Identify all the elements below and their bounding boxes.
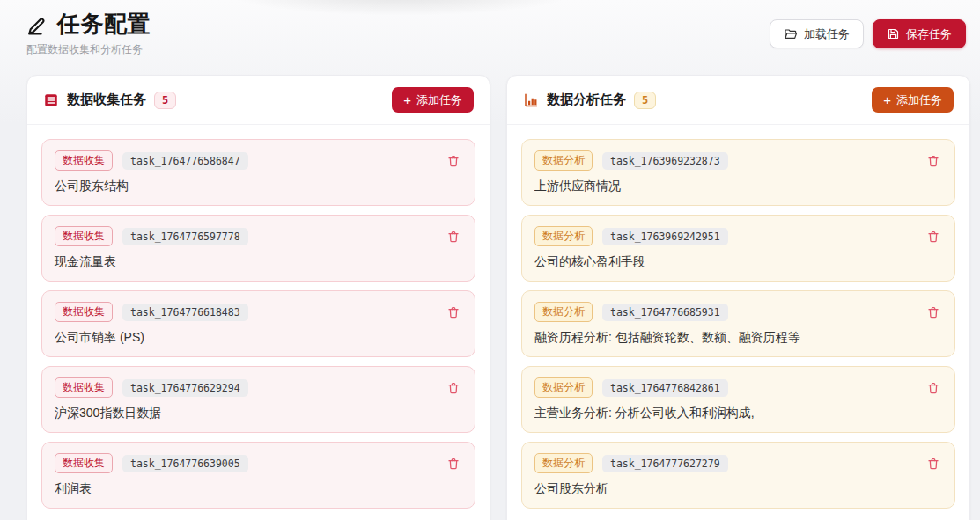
task-id-chip: task_1764776597778: [122, 228, 248, 245]
task-card: 数据分析 task_1763969232873 上游供应商情况: [521, 139, 955, 206]
task-id-chip: task_1763969242951: [602, 228, 728, 245]
task-title: 公司的核心盈利手段: [534, 254, 942, 270]
task-type-badge: 数据收集: [55, 302, 113, 322]
toolbar: 加载任务 保存任务: [770, 19, 966, 48]
trash-icon: [446, 305, 461, 319]
plus-icon: +: [883, 93, 891, 106]
page-header: 任务配置 配置数据收集和分析任务: [26, 9, 151, 57]
add-analysis-task-button[interactable]: + 添加任务: [872, 87, 954, 113]
collection-panel-title: 数据收集任务: [67, 92, 146, 108]
trash-icon: [446, 230, 461, 244]
task-id-chip: task_1764776618483: [122, 304, 248, 321]
load-tasks-label: 加载任务: [804, 26, 850, 42]
delete-task-button[interactable]: [925, 152, 942, 170]
trash-icon: [926, 154, 940, 168]
analysis-task-list: 数据分析 task_1763969232873 上游供应商情况 数据分析 tas…: [507, 125, 969, 520]
task-type-badge: 数据收集: [55, 150, 113, 171]
task-type-badge: 数据收集: [55, 226, 113, 246]
analysis-panel: 数据分析任务 5 + 添加任务 数据分析 task_1763969232873 …: [506, 75, 970, 520]
task-card: 数据收集 task_1764776586847 公司股东结构: [41, 139, 475, 206]
add-task-label: 添加任务: [416, 92, 462, 108]
task-title: 公司市销率 (PS): [55, 330, 462, 346]
task-type-badge: 数据分析: [534, 150, 593, 171]
delete-task-button[interactable]: [445, 455, 462, 472]
save-floppy-icon: [887, 27, 900, 40]
task-card: 数据收集 task_1764776639005 利润表: [41, 442, 475, 509]
task-title: 公司股东结构: [55, 179, 462, 194]
plus-icon: +: [403, 93, 411, 106]
delete-task-button[interactable]: [445, 228, 462, 245]
task-card: 数据收集 task_1764776629294 沪深300指数日数据: [41, 366, 475, 433]
page-subtitle: 配置数据收集和分析任务: [26, 42, 151, 57]
trash-icon: [926, 305, 940, 319]
delete-task-button[interactable]: [445, 152, 462, 170]
task-id-chip: task_1764776639005: [122, 455, 248, 472]
task-card: 数据分析 task_1764777627279 公司股东分析: [521, 442, 955, 509]
task-id-chip: task_1764777627279: [602, 455, 728, 472]
save-tasks-label: 保存任务: [906, 26, 952, 42]
task-type-badge: 数据收集: [55, 377, 113, 398]
trash-icon: [446, 381, 461, 395]
analysis-count-badge: 5: [634, 92, 656, 109]
task-title: 主营业务分析: 分析公司收入和利润构成,: [534, 406, 942, 421]
task-card: 数据分析 task_1764776842861 主营业务分析: 分析公司收入和利…: [521, 366, 955, 433]
panels-container: 数据收集任务 5 + 添加任务 数据收集 task_1764776586847 …: [26, 75, 970, 520]
task-title: 上游供应商情况: [534, 179, 942, 194]
task-title: 沪深300指数日数据: [55, 406, 462, 421]
delete-task-button[interactable]: [925, 379, 942, 397]
delete-task-button[interactable]: [445, 304, 462, 321]
delete-task-button[interactable]: [445, 379, 462, 397]
collection-panel: 数据收集任务 5 + 添加任务 数据收集 task_1764776586847 …: [26, 75, 490, 520]
task-card: 数据收集 task_1764776597778 现金流量表: [41, 215, 475, 282]
trash-icon: [446, 457, 461, 471]
bar-chart-icon: [523, 92, 539, 108]
task-card: 数据分析 task_1764776685931 融资历程分析: 包括融资轮数、数…: [521, 290, 955, 357]
trash-icon: [926, 457, 940, 471]
trash-icon: [926, 230, 940, 244]
collection-panel-header: 数据收集任务 5 + 添加任务: [27, 76, 490, 125]
task-id-chip: task_1764776586847: [122, 152, 248, 170]
task-id-chip: task_1764776842861: [602, 379, 728, 397]
task-id-chip: task_1764776629294: [122, 379, 248, 397]
collection-task-list: 数据收集 task_1764776586847 公司股东结构 数据收集 task…: [27, 125, 490, 520]
task-type-badge: 数据分析: [534, 302, 593, 322]
task-type-badge: 数据分析: [534, 226, 593, 246]
folder-open-icon: [784, 27, 798, 41]
analysis-panel-title: 数据分析任务: [547, 92, 626, 108]
task-id-chip: task_1764776685931: [602, 304, 728, 321]
trash-icon: [446, 154, 461, 168]
delete-task-button[interactable]: [925, 228, 942, 245]
collection-count-badge: 5: [154, 92, 176, 109]
list-rows-icon: [43, 92, 59, 108]
delete-task-button[interactable]: [925, 304, 942, 321]
task-id-chip: task_1763969232873: [602, 152, 728, 170]
page-title: 任务配置: [57, 9, 151, 40]
task-title: 现金流量表: [55, 254, 462, 270]
add-task-label: 添加任务: [896, 92, 942, 108]
task-title: 融资历程分析: 包括融资轮数、数额、融资历程等: [534, 330, 942, 346]
task-type-badge: 数据分析: [534, 377, 593, 398]
delete-task-button[interactable]: [925, 455, 942, 472]
task-type-badge: 数据收集: [55, 453, 113, 473]
edit-pencil-icon: [26, 13, 48, 35]
analysis-panel-header: 数据分析任务 5 + 添加任务: [507, 76, 969, 125]
task-type-badge: 数据分析: [534, 453, 593, 473]
save-tasks-button[interactable]: 保存任务: [873, 19, 966, 48]
task-card: 数据分析 task_1763969242951 公司的核心盈利手段: [521, 215, 955, 282]
task-card: 数据收集 task_1764776618483 公司市销率 (PS): [41, 290, 475, 357]
add-collection-task-button[interactable]: + 添加任务: [392, 87, 474, 113]
trash-icon: [926, 381, 940, 395]
task-title: 利润表: [55, 481, 462, 497]
task-title: 公司股东分析: [534, 481, 942, 497]
load-tasks-button[interactable]: 加载任务: [770, 19, 864, 48]
